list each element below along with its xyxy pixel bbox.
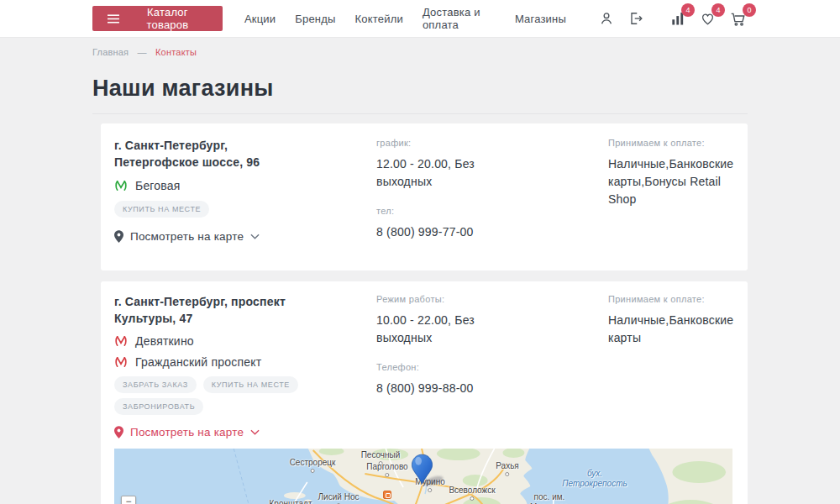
store-tag: ЗАБРАТЬ ЗАКАЗ <box>114 376 197 393</box>
map-label-vsevolozhsk: Всеволожск <box>449 486 495 501</box>
breadcrumb: Главная — Контакты <box>92 47 748 57</box>
map-label-lisy-nos: Лисий Нос <box>318 492 360 504</box>
nav-item-cocktails[interactable]: Коктейли <box>355 13 403 25</box>
metro-station-name: Гражданский проспект <box>135 355 261 369</box>
store-card-2: г. Санкт-Петербург, проспект Культуры, 4… <box>101 281 748 504</box>
metro-icon <box>114 334 128 348</box>
store-1-tags: КУПИТЬ НА МЕСТЕ <box>114 201 324 218</box>
store-1-payment-column: Принимаем к оплате: Наличные,Банковские … <box>608 138 733 256</box>
logout-icon <box>627 10 644 27</box>
breadcrumb-separator: — <box>138 47 147 57</box>
store-2-tags: ЗАБРАТЬ ЗАКАЗ КУПИТЬ НА МЕСТЕ ЗАБРОНИРОВ… <box>114 376 324 415</box>
map-kronstadt-island <box>284 492 306 499</box>
nav-item-stores[interactable]: Магазины <box>515 13 566 25</box>
favorites-count-badge: 4 <box>711 3 725 17</box>
store-2-show-on-map-button[interactable]: Посмотреть на карте <box>114 426 260 438</box>
map-zoom-out-button[interactable]: − <box>121 496 136 504</box>
store-1-show-on-map-button[interactable]: Посмотреть на карте <box>114 230 260 243</box>
payment-value: Наличные,Банковские карты <box>608 312 733 347</box>
chevron-down-icon <box>250 234 260 239</box>
store-2-address: г. Санкт-Петербург, проспект Культуры, 4… <box>114 294 295 327</box>
store-2-schedule-column: Режим работы: 10.00 - 22.00, Без выходны… <box>376 294 608 438</box>
page-content: Главная — Контакты Наши магазины г. Санк… <box>0 47 840 504</box>
show-on-map-label: Посмотреть на карте <box>130 230 244 243</box>
map-zoom-control: − <box>121 493 136 504</box>
breadcrumb-current: Контакты <box>155 47 197 57</box>
store-2-metro-grazhdansky: Гражданский проспект <box>114 355 376 369</box>
store-map[interactable]: Песочный Сестрорецк Парголово Мурино Рах… <box>114 449 732 504</box>
person-icon <box>598 10 615 27</box>
store-2-payment-column: Принимаем к оплате: Наличные,Банковские … <box>608 294 733 438</box>
map-label-pos-morozova: пос. им. Морозова <box>530 492 569 504</box>
map-pin-icon <box>114 426 123 438</box>
metro-station-name: Девяткино <box>135 334 194 348</box>
phone-label: тел: <box>376 206 608 216</box>
map-pin-icon <box>114 230 123 243</box>
cart-count-badge: 0 <box>743 3 756 17</box>
phone-label: Телефон: <box>376 362 608 372</box>
schedule-label: график: <box>376 138 608 148</box>
account-icons: 4 4 0 <box>585 10 748 28</box>
title-divider <box>92 113 748 114</box>
cart-button[interactable]: 0 <box>729 10 748 28</box>
nav-item-promos[interactable]: Акции <box>244 13 276 25</box>
map-label-rakhya: Рахья <box>496 461 519 476</box>
phone-value: 8 (800) 999-88-00 <box>376 380 502 397</box>
map-label-petrokrepost-bay: бух. Петрокрепость <box>562 469 627 488</box>
store-tag: ЗАБРОНИРОВАТЬ <box>114 398 203 415</box>
compare-button[interactable]: 4 <box>669 10 686 27</box>
store-2-metro-devyatkino: Девяткино <box>114 334 376 348</box>
hamburger-icon <box>108 14 119 24</box>
store-1-address: г. Санкт-Петербург, Петергофское шоссе, … <box>114 138 295 171</box>
favorites-button[interactable]: 4 <box>699 10 717 27</box>
main-nav: Акции Бренды Коктейли Доставка и оплата … <box>244 6 585 31</box>
nav-item-delivery[interactable]: Доставка и оплата <box>423 6 496 31</box>
metro-station-name: Беговая <box>135 179 181 192</box>
store-2-map-wrap: Песочный Сестрорецк Парголово Мурино Рах… <box>114 449 733 504</box>
toll-road-badge <box>383 491 391 499</box>
compare-count-badge: 4 <box>681 3 695 17</box>
catalog-button[interactable]: Каталог товаров <box>92 6 223 31</box>
schedule-value: 10.00 - 22.00, Без выходных <box>376 312 502 347</box>
map-label-kronstadt: Кронштадт <box>270 499 312 504</box>
schedule-label: Режим работы: <box>376 294 608 304</box>
breadcrumb-home-link[interactable]: Главная <box>92 47 129 57</box>
schedule-value: 12.00 - 20.00, Без выходных <box>376 155 502 191</box>
store-2-main-column: г. Санкт-Петербург, проспект Культуры, 4… <box>114 294 376 438</box>
catalog-button-label: Каталог товаров <box>128 6 207 31</box>
map-label-sestroretsk: Сестрорецк <box>290 458 336 473</box>
store-tag: КУПИТЬ НА МЕСТЕ <box>203 376 298 393</box>
map-label-pargolovo: Парголово <box>366 462 407 477</box>
metro-icon <box>114 179 128 192</box>
store-1-schedule-column: график: 12.00 - 20.00, Без выходных тел:… <box>376 138 608 256</box>
chevron-down-icon <box>250 429 260 435</box>
store-map-placemark[interactable] <box>411 454 433 488</box>
site-header: Каталог товаров Акции Бренды Коктейли До… <box>0 0 840 38</box>
logout-button[interactable] <box>627 10 644 27</box>
store-1-metro-begovaya: Беговая <box>114 179 376 192</box>
payment-value: Наличные,Банковские карты,Бонусы Retail … <box>608 155 733 208</box>
store-1-main-column: г. Санкт-Петербург, Петергофское шоссе, … <box>114 138 376 256</box>
store-tag: КУПИТЬ НА МЕСТЕ <box>114 201 209 218</box>
account-button[interactable] <box>598 10 615 27</box>
show-on-map-label: Посмотреть на карте <box>130 426 244 438</box>
store-card-1: г. Санкт-Петербург, Петергофское шоссе, … <box>101 123 748 270</box>
phone-value: 8 (800) 999-77-00 <box>376 223 502 241</box>
nav-item-brands[interactable]: Бренды <box>295 13 335 25</box>
metro-icon <box>114 355 128 369</box>
page-title: Наши магазины <box>92 76 748 102</box>
payment-label: Принимаем к оплате: <box>608 294 733 304</box>
payment-label: Принимаем к оплате: <box>608 138 733 148</box>
